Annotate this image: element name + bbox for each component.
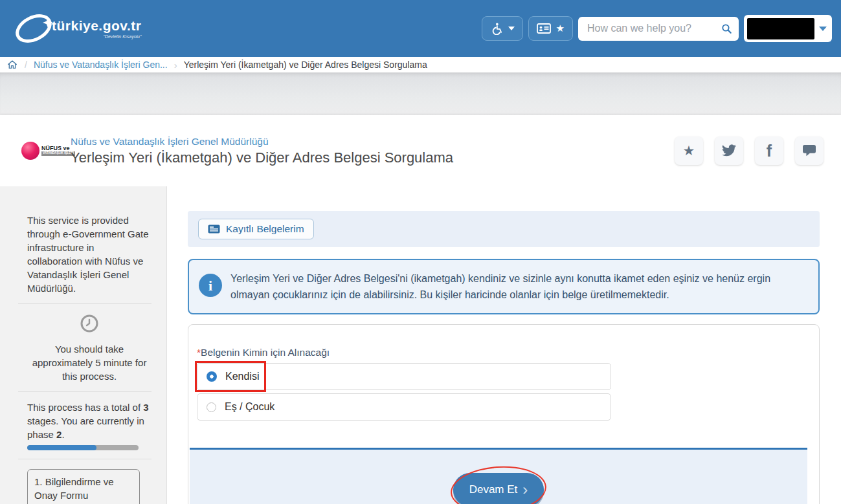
breadcrumb-separator	[174, 60, 177, 71]
document-owner-form: *Belgenin Kimin için Alınacağı Kendisi E…	[188, 324, 820, 504]
breadcrumb: Nüfus ve Vatandaşlık İşleri Gen... Yerle…	[0, 57, 841, 72]
saved-docs-icon	[208, 225, 220, 234]
nvi-agency-logo: NÜFUS ve VATANDAŞLIK İŞLERİ	[21, 138, 64, 164]
stage-list-item-1: 1. Bilgilendirme ve Onay Formu	[27, 469, 140, 504]
accessibility-icon	[490, 22, 503, 35]
divider	[18, 459, 151, 459]
radio-option-label: Eş / Çocuk	[225, 401, 275, 413]
info-message-text: Yerleşim Yeri ve Diğer Adres Belgesi'ni …	[230, 273, 770, 300]
agency-link[interactable]: Nüfus ve Vatandaşlık İşleri Genel Müdürl…	[71, 136, 453, 148]
saved-documents-label: Kayıtlı Belgelerim	[226, 223, 304, 235]
chevron-right-icon	[522, 482, 528, 498]
nvi-logo-sphere	[21, 142, 39, 160]
form-field-label: *Belgenin Kimin için Alınacağı	[197, 347, 811, 358]
stages-total: 3	[143, 402, 148, 413]
page-title: Yerleşim Yeri (İkametgah) ve Diğer Adres…	[71, 149, 453, 166]
service-title-section: NÜFUS ve VATANDAŞLIK İŞLERİ Nüfus ve Vat…	[0, 115, 841, 186]
info-icon	[199, 274, 222, 297]
divider	[18, 303, 151, 304]
divider	[18, 391, 151, 392]
provider-note: This service is provided through e-Gover…	[27, 214, 151, 295]
radio-option-es-cocuk[interactable]: Eş / Çocuk	[197, 393, 611, 421]
progress-bar-fill	[27, 445, 96, 450]
twitter-icon	[721, 144, 737, 157]
star-icon	[556, 23, 565, 34]
feedback-button[interactable]	[795, 137, 824, 165]
radio-option-label: Kendisi	[225, 371, 259, 382]
breadcrumb-current: Yerleşim Yeri (İkametgah) ve Diğer Adres…	[184, 60, 427, 70]
main-content: Kayıtlı Belgelerim Yerleşim Yeri ve Diğe…	[167, 186, 841, 504]
clock-icon	[80, 314, 98, 333]
radio-selected-icon	[207, 371, 217, 382]
breadcrumb-separator	[25, 60, 27, 70]
stage-item-label: 1. Bilgilendirme ve Onay Formu	[34, 476, 114, 501]
service-info-sidebar: This service is provided through e-Gover…	[0, 186, 167, 504]
facebook-icon	[767, 142, 772, 160]
id-card-favorites-button[interactable]	[528, 16, 573, 41]
stages-note: This process has a total of 3 stages. Yo…	[27, 400, 151, 441]
home-icon[interactable]	[6, 59, 18, 71]
comment-icon	[802, 144, 816, 157]
user-account-dropdown[interactable]	[744, 15, 832, 42]
caret-down-icon	[819, 27, 827, 31]
search-icon[interactable]	[721, 22, 732, 36]
twitter-share-button[interactable]	[715, 137, 743, 165]
logo-tagline: "Devletin Kısayolu"	[103, 34, 141, 39]
id-card-icon	[537, 23, 551, 34]
breadcrumb-parent-link[interactable]: Nüfus ve Vatandaşlık İşleri Gen...	[34, 60, 168, 70]
top-header: türkiye.gov.tr "Devletin Kısayolu"	[0, 0, 841, 57]
turkiye-gov-logo[interactable]: türkiye.gov.tr "Devletin Kısayolu"	[10, 10, 141, 47]
duration-note: You should take approximately 5 minute f…	[27, 342, 151, 383]
favorite-button[interactable]	[675, 137, 703, 165]
user-name-redacted	[747, 18, 814, 39]
search-input[interactable]	[587, 23, 721, 34]
site-search	[578, 17, 739, 41]
continue-button-label: Devam Et	[469, 483, 518, 496]
info-message: Yerleşim Yeri ve Diğer Adres Belgesi'ni …	[188, 259, 820, 314]
saved-documents-button[interactable]: Kayıtlı Belgelerim	[198, 219, 314, 239]
caret-down-icon	[508, 27, 515, 30]
facebook-share-button[interactable]	[755, 137, 783, 165]
radio-unselected-icon	[207, 402, 216, 412]
favorite-star-icon	[683, 143, 695, 159]
e-devlet-swoosh-icon	[10, 10, 57, 47]
radio-option-kendisi[interactable]: Kendisi	[197, 363, 611, 390]
header-spacer-band	[0, 72, 841, 115]
form-footer: Devam Et	[190, 448, 807, 504]
logo-text: türkiye.gov.tr	[52, 18, 141, 34]
progress-bar	[27, 445, 139, 450]
continue-button[interactable]: Devam Et	[453, 473, 544, 504]
accessibility-menu-button[interactable]	[482, 16, 523, 41]
documents-toolbar: Kayıtlı Belgelerim	[188, 211, 820, 247]
